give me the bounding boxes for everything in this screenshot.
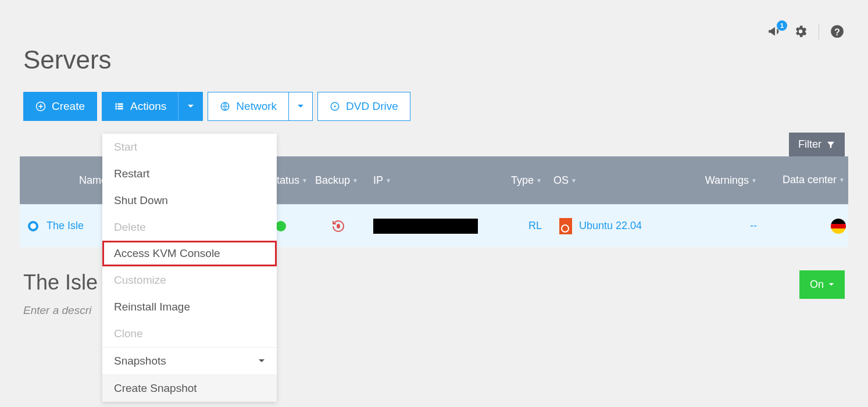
menu-item-reinstall[interactable]: Reinstall Image: [102, 294, 277, 320]
svg-rect-6: [117, 106, 123, 108]
menu-item-customize: Customize: [102, 266, 277, 294]
chevron-down-icon: [258, 359, 265, 363]
help-icon[interactable]: ?: [830, 24, 845, 39]
filter-icon: [826, 140, 835, 149]
svg-rect-3: [115, 103, 117, 105]
list-icon: [114, 102, 124, 111]
divider: [819, 23, 819, 40]
network-caret[interactable]: [288, 92, 313, 121]
filter-button[interactable]: Filter: [789, 133, 845, 156]
menu-item-clone: Clone: [102, 320, 277, 347]
network-button[interactable]: Network: [208, 92, 288, 121]
col-os[interactable]: OS▼: [548, 174, 681, 187]
status-indicator: [276, 221, 286, 231]
server-type: RL: [484, 220, 548, 232]
menu-item-shutdown[interactable]: Shut Down: [102, 187, 277, 214]
chevron-down-icon: [828, 283, 834, 287]
menu-item-snapshots[interactable]: Snapshots: [102, 347, 277, 374]
menu-item-delete: Delete: [102, 214, 277, 241]
row-radio[interactable]: [28, 221, 38, 231]
svg-rect-8: [117, 108, 123, 110]
col-warnings[interactable]: Warnings▼: [681, 174, 763, 187]
power-button[interactable]: On: [799, 270, 845, 299]
col-ip[interactable]: IP▼: [367, 174, 484, 187]
svg-point-11: [334, 106, 336, 108]
warnings-cell: --: [681, 220, 763, 232]
dvd-drive-button[interactable]: DVD Drive: [317, 92, 410, 121]
detail-title: The Isle: [23, 270, 98, 295]
disc-icon: [330, 101, 340, 112]
backup-restore-icon[interactable]: [331, 219, 345, 233]
globe-icon: [220, 101, 230, 112]
menu-item-create-snapshot[interactable]: Create Snapshot: [102, 374, 277, 402]
chevron-down-icon: [187, 104, 194, 109]
menu-item-kvm[interactable]: Access KVM Console: [102, 241, 277, 266]
create-button[interactable]: Create: [23, 92, 97, 121]
notification-badge: 1: [777, 20, 787, 31]
menu-item-start: Start: [102, 134, 277, 160]
plus-circle-icon: [35, 101, 46, 112]
announcements-icon[interactable]: 1: [767, 24, 783, 39]
detail-description[interactable]: Enter a descri: [23, 304, 98, 317]
gear-icon[interactable]: [793, 24, 808, 39]
server-name-link[interactable]: The Isle: [47, 220, 84, 232]
svg-rect-4: [117, 103, 123, 105]
col-datacenter[interactable]: Data center▼: [763, 174, 848, 186]
actions-dropdown: Start Restart Shut Down Delete Access KV…: [102, 134, 277, 402]
svg-point-12: [337, 224, 340, 229]
menu-item-restart[interactable]: Restart: [102, 160, 277, 187]
actions-caret[interactable]: [178, 92, 203, 121]
col-backup[interactable]: Backup▼: [309, 174, 367, 187]
col-type[interactable]: Type▼: [484, 174, 548, 187]
ubuntu-icon: [559, 218, 572, 234]
flag-germany-icon: [831, 219, 846, 234]
chevron-down-icon: [297, 104, 304, 109]
actions-button[interactable]: Actions: [102, 92, 178, 121]
svg-rect-5: [115, 106, 117, 108]
page-title: Servers: [0, 40, 868, 92]
os-link[interactable]: Ubuntu 22.04: [579, 220, 642, 232]
svg-rect-7: [115, 108, 117, 110]
svg-text:?: ?: [834, 27, 840, 37]
ip-address: [373, 219, 478, 234]
